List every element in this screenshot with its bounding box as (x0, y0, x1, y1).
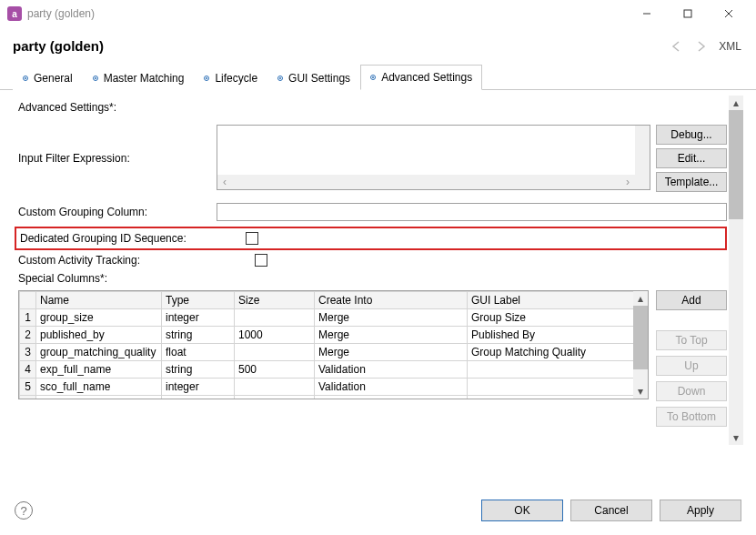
svg-rect-1 (684, 10, 691, 17)
header: party (golden) XML (0, 27, 756, 59)
ok-button[interactable]: OK (481, 500, 563, 521)
minimize-button[interactable] (626, 1, 667, 26)
apply-button[interactable]: Apply (660, 500, 741, 521)
scroll-up-icon[interactable]: ▴ (633, 291, 648, 306)
app-icon: a (7, 6, 22, 21)
scroll-thumb[interactable] (633, 306, 648, 369)
to-bottom-button[interactable]: To Bottom (656, 407, 727, 427)
help-icon[interactable]: ? (15, 501, 33, 520)
th-create-into[interactable]: Create Into (315, 292, 468, 309)
tab-lifecycle[interactable]: Lifecycle (194, 65, 267, 90)
tab-dot-icon (370, 75, 376, 80)
scroll-right-icon[interactable]: › (620, 175, 635, 189)
dedicated-grouping-label: Dedicated Grouping ID Sequence: (20, 232, 211, 245)
tab-label: Master Matching (104, 72, 185, 85)
tab-dot-icon (23, 76, 28, 81)
dedicated-grouping-checkbox[interactable] (246, 232, 258, 245)
tab-dot-icon (93, 76, 98, 81)
window-title: party (golden) (27, 7, 626, 20)
nav-back-icon[interactable] (671, 40, 686, 53)
table-row[interactable]: 5sco_full_nameintegerValidation (20, 379, 648, 396)
tab-label: Lifecycle (215, 72, 257, 85)
scroll-down-icon[interactable]: ▾ (729, 430, 743, 445)
special-columns-table[interactable]: Name Type Size Create Into GUI Label 1gr… (18, 290, 649, 399)
table-row[interactable]: 1group_sizeintegerMergeGroup Size (20, 309, 648, 327)
special-columns-label: Special Columns*: (18, 272, 217, 285)
dedicated-grouping-row-highlight: Dedicated Grouping ID Sequence: (15, 227, 727, 250)
cancel-button[interactable]: Cancel (570, 500, 652, 521)
scroll-thumb[interactable] (729, 110, 743, 219)
debug-button[interactable]: Debug... (656, 125, 727, 145)
input-filter-textarea[interactable]: ‹ › (217, 125, 650, 190)
tab-dot-icon (204, 76, 209, 81)
up-button[interactable]: Up (656, 356, 727, 376)
maximize-button[interactable] (667, 1, 708, 26)
table-vscrollbar[interactable]: ▴ ▾ (633, 291, 648, 399)
tab-bar: General Master Matching Lifecycle GUI Se… (0, 65, 756, 90)
th-name[interactable]: Name (36, 292, 162, 309)
scroll-left-icon[interactable]: ‹ (217, 175, 232, 189)
tab-label: General (34, 72, 73, 85)
hscroll-track[interactable] (232, 175, 620, 189)
to-top-button[interactable]: To Top (656, 330, 727, 350)
tab-master-matching[interactable]: Master Matching (83, 65, 195, 90)
page-title: party (golden) (13, 38, 104, 54)
custom-grouping-input[interactable] (217, 203, 727, 221)
th-gui-label[interactable]: GUI Label (468, 292, 648, 309)
template-button[interactable]: Template... (656, 172, 727, 192)
custom-grouping-label: Custom Grouping Column: (18, 206, 217, 218)
down-button[interactable]: Down (656, 381, 727, 401)
titlebar: a party (golden) (0, 0, 756, 27)
tab-general[interactable]: General (13, 65, 83, 90)
th-type[interactable]: Type (162, 292, 235, 309)
table-row[interactable]: 4exp_full_namestring500Validation (20, 361, 648, 379)
table-row-new[interactable]: * (20, 396, 648, 400)
custom-activity-label: Custom Activity Tracking: (18, 254, 217, 267)
table-row[interactable]: 3group_matching_qualityfloatMergeGroup M… (20, 344, 648, 361)
content-pane: Advanced Settings*: Input Filter Express… (0, 90, 756, 450)
scroll-down-icon[interactable]: ▾ (633, 384, 648, 399)
content-vscrollbar[interactable]: ▴ ▾ (729, 96, 743, 445)
nav-forward-icon[interactable] (693, 40, 708, 53)
input-filter-label: Input Filter Expression: (18, 152, 217, 165)
tab-label: Advanced Settings (381, 71, 472, 84)
tab-dot-icon (277, 76, 283, 81)
tab-label: GUI Settings (288, 72, 350, 85)
tab-advanced-settings[interactable]: Advanced Settings (360, 65, 482, 90)
table-row[interactable]: 2published_bystring1000MergePublished By (20, 327, 648, 344)
close-button[interactable] (708, 1, 749, 26)
tab-gui-settings[interactable]: GUI Settings (267, 65, 360, 90)
add-button[interactable]: Add (656, 290, 727, 310)
footer: ? OK Cancel Apply (0, 486, 756, 535)
scroll-up-icon[interactable]: ▴ (729, 96, 743, 110)
th-size[interactable]: Size (235, 292, 315, 309)
xml-toggle[interactable]: XML (719, 40, 741, 53)
edit-button[interactable]: Edit... (656, 148, 727, 168)
custom-activity-checkbox[interactable] (255, 254, 267, 267)
advanced-settings-label: Advanced Settings*: (18, 101, 217, 114)
